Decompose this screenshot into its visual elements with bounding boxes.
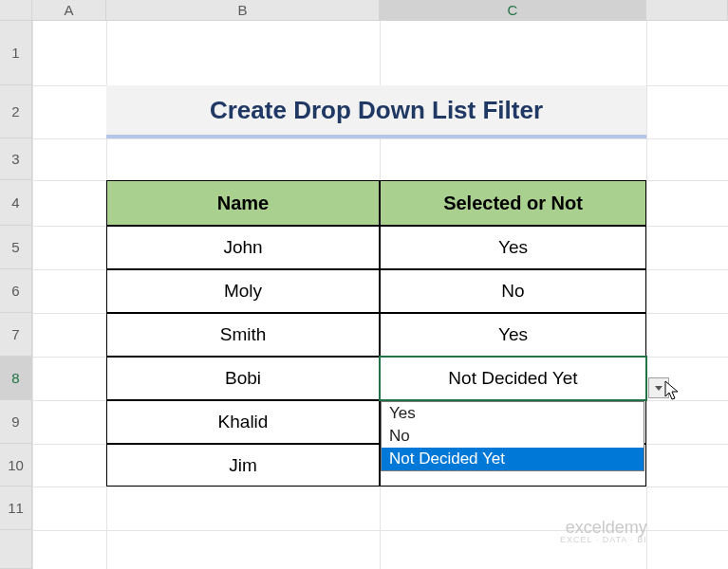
table-row: MolyNo: [106, 269, 646, 313]
cell-status[interactable]: No: [380, 269, 646, 313]
cell-name[interactable]: Moly: [106, 269, 380, 313]
page-title: Create Drop Down List Filter: [106, 85, 646, 138]
col-header-A[interactable]: A: [32, 0, 106, 21]
page-title-text: Create Drop Down List Filter: [210, 96, 543, 125]
watermark: exceldemy EXCEL · DATA · BI: [560, 519, 647, 544]
row-header-1[interactable]: 1: [0, 21, 32, 85]
select-all-corner[interactable]: [0, 0, 32, 21]
col-header-status-label: Selected or Not: [443, 193, 583, 214]
cell-name[interactable]: Smith: [106, 313, 380, 357]
row-header-7[interactable]: 7: [0, 313, 32, 357]
row-header-3[interactable]: 3: [0, 138, 32, 180]
col-header-C[interactable]: C: [380, 0, 646, 21]
cell-name[interactable]: Khalid: [106, 400, 380, 444]
col-header-name-label: Name: [217, 193, 269, 214]
table-row: BobiNot Decided Yet: [106, 357, 646, 400]
dropdown-option[interactable]: Not Decided Yet: [382, 448, 644, 470]
row-header-spacer: [0, 530, 32, 569]
col-header-B[interactable]: B: [106, 0, 380, 21]
col-header-name[interactable]: Name: [106, 180, 380, 226]
row-header-8[interactable]: 8: [0, 357, 32, 400]
watermark-main: exceldemy: [566, 518, 647, 537]
dropdown-option[interactable]: No: [382, 425, 644, 448]
dropdown-list[interactable]: YesNoNot Decided Yet: [381, 401, 644, 471]
cell-name[interactable]: Jim: [106, 444, 380, 486]
cell-status[interactable]: Yes: [380, 226, 646, 269]
cell-status[interactable]: Yes: [380, 313, 646, 357]
row-header-9[interactable]: 9: [0, 400, 32, 444]
watermark-sub: EXCEL · DATA · BI: [560, 536, 647, 544]
dropdown-option[interactable]: Yes: [382, 402, 644, 425]
row-header-2[interactable]: 2: [0, 85, 32, 138]
row-header-6[interactable]: 6: [0, 269, 32, 313]
cell-status[interactable]: Not Decided Yet: [380, 357, 646, 400]
table-row: SmithYes: [106, 313, 646, 357]
spreadsheet: ABC 1234567891011 Create Drop Down List …: [0, 0, 728, 569]
table-header-row: Name Selected or Not: [106, 180, 646, 226]
mouse-cursor-icon: [664, 380, 681, 401]
gridline: [32, 138, 728, 139]
cell-name[interactable]: John: [106, 226, 380, 269]
cell-name[interactable]: Bobi: [106, 357, 380, 400]
col-header-spacer: [646, 0, 728, 21]
gridline: [32, 486, 728, 487]
row-header-11[interactable]: 11: [0, 486, 32, 530]
row-header-4[interactable]: 4: [0, 180, 32, 226]
col-header-status[interactable]: Selected or Not: [380, 180, 646, 226]
row-header-10[interactable]: 10: [0, 444, 32, 486]
table-row: JohnYes: [106, 226, 646, 269]
row-header-5[interactable]: 5: [0, 226, 32, 269]
